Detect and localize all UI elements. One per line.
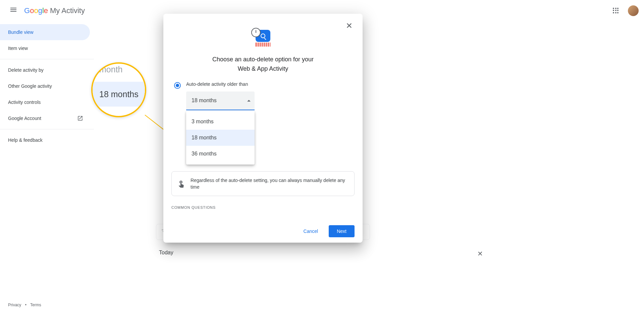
radio-label: Auto-delete activity older than [186,81,248,87]
info-note: Regardless of the auto-delete setting, y… [171,171,355,196]
nav-label: Google Account [8,116,41,121]
nav-google-account[interactable]: Google Account [0,110,90,126]
dropdown-option-3-months[interactable]: 3 months [186,114,255,130]
app-title: My Activity [50,6,85,15]
nav-label: Item view [8,46,28,51]
dialog-title: Choose an auto-delete option for your We… [171,55,355,73]
google-apps-button[interactable] [609,4,623,17]
button-label: Cancel [304,229,318,234]
nav-activity-controls[interactable]: Activity controls [0,94,90,110]
dropdown-option-36-months[interactable]: 36 months [186,146,255,162]
google-logo: Google [24,6,48,15]
terms-link[interactable]: Terms [30,303,41,307]
nav-label: Other Google activity [8,83,52,89]
touch-icon [177,180,185,188]
shred-icon [256,43,270,47]
dismiss-today-button[interactable]: ✕ [477,250,483,258]
faq-whats-web-app-activity[interactable]: What's Web & App Activity? [171,215,355,220]
nav-divider [0,129,94,129]
note-text: Regardless of the auto-delete setting, y… [191,177,349,190]
nav-divider [0,59,94,59]
nav-item-view[interactable]: Item view [0,40,90,56]
dialog-content: Choose an auto-delete option for your We… [163,14,363,220]
clock-icon [251,28,261,37]
dropdown-option-18-months[interactable]: 18 months [186,130,255,146]
magnifier-callout: month 18 months 6 month [91,62,146,117]
radio-auto-delete[interactable]: Auto-delete activity older than [171,81,355,89]
common-questions-heading: COMMON QUESTIONS [171,205,355,209]
dialog-title-line: Web & App Activity [171,64,355,73]
duration-dropdown: 3 months 18 months 36 months [186,111,255,165]
dot-separator: • [25,303,26,307]
sidebar: Bundle view Item view Delete activity by… [0,21,94,314]
today-heading: Today [159,250,173,256]
apps-grid-icon [613,8,619,14]
auto-delete-dialog: ✕ Choose an auto-delete option for your … [163,14,363,243]
next-button[interactable]: Next [329,225,355,237]
nav-label: Bundle view [8,29,34,35]
sidebar-footer: Privacy • Terms [8,303,41,307]
auto-delete-illustration [253,30,273,49]
nav-other-google-activity[interactable]: Other Google activity [0,78,90,94]
header-right [609,4,639,17]
chevron-up-icon [247,100,251,102]
magnifier-row-selected: 18 months [93,82,145,107]
nav-label: Activity controls [8,100,41,105]
main-menu-button[interactable] [5,3,21,19]
radio-input[interactable] [174,82,181,89]
magnifier-row: month [93,62,145,82]
nav-label: Help & feedback [8,137,43,143]
button-label: Next [337,229,346,234]
dialog-actions: Cancel Next [163,220,363,243]
nav-bundle-view[interactable]: Bundle view [0,24,90,40]
magnifier-row: 6 month [93,107,145,117]
privacy-link[interactable]: Privacy [8,303,21,307]
hamburger-icon [9,7,17,15]
logo-area: Google My Activity [24,6,85,15]
option-label: 3 months [192,119,214,125]
option-label: 36 months [192,151,217,157]
duration-select: 18 months 3 months 18 months 36 months [186,91,255,110]
select-value: 18 months [192,98,217,104]
cancel-button[interactable]: Cancel [296,225,326,237]
nav-help-feedback[interactable]: Help & feedback [0,132,90,148]
dialog-title-line: Choose an auto-delete option for your [171,55,355,64]
nav-label: Delete activity by [8,67,44,73]
duration-select-field[interactable]: 18 months [186,91,255,110]
option-label: 18 months [192,135,217,141]
account-avatar[interactable] [628,5,639,16]
external-link-icon [77,115,83,121]
nav-delete-activity-by[interactable]: Delete activity by [0,62,90,78]
